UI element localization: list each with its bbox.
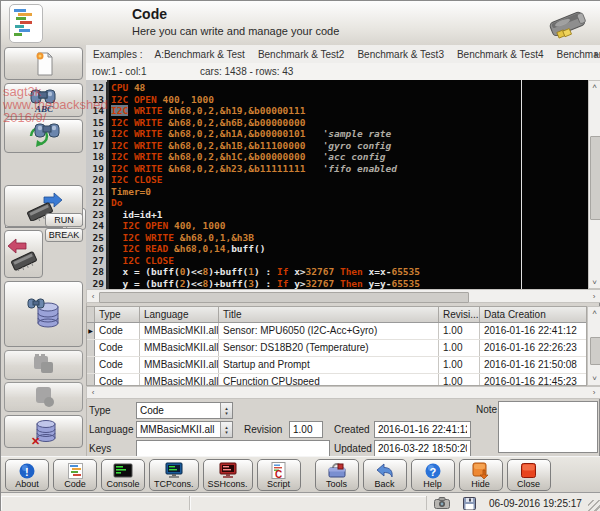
scroll-down-icon[interactable]: ˅	[589, 277, 600, 288]
code-editor[interactable]: 12CPU 4813I2C OPEN 400, 100014I2C WRITE …	[86, 80, 600, 289]
table-cell: MMBasicMKII.all	[140, 357, 219, 373]
code-line[interactable]: 12CPU 48	[86, 82, 587, 94]
updated-field[interactable]	[374, 440, 471, 457]
scroll-up-icon[interactable]: ˄	[589, 81, 600, 92]
db-search-button[interactable]	[4, 281, 83, 347]
table-cell: 2016-01-16 22:26:23	[480, 340, 587, 356]
tab-scroll-right-icon[interactable]: ▸	[594, 49, 599, 59]
code-line[interactable]: 15I2C WRITE &h68,0,2,&h6B,&b00000000	[86, 117, 587, 129]
table-scrollbar-thumb[interactable]	[590, 337, 600, 365]
new-file-button[interactable]	[4, 47, 83, 80]
column-header[interactable]: Data Creation	[480, 307, 587, 322]
page-title: Code	[132, 6, 167, 22]
code-line[interactable]: 25 I2C WRITE &h68,0,1,&h3B	[86, 232, 587, 244]
spinner-icon[interactable]: ▴▾	[220, 403, 232, 418]
tcp-console-button[interactable]: TCPcons.	[149, 459, 199, 491]
stop-port-button[interactable]	[4, 230, 43, 278]
column-header[interactable]: Language	[140, 307, 219, 322]
close-button[interactable]: Close	[507, 459, 551, 491]
editor-scrollbar-thumb[interactable]	[590, 136, 600, 220]
tab-example-5[interactable]: Benchmark & Test5	[556, 49, 600, 60]
table-row[interactable]: CodeMMBasicMKII.allStartup and Prompt1.0…	[87, 357, 586, 374]
code-line[interactable]: 20I2C CLOSE	[86, 174, 587, 186]
run-button[interactable]: RUN	[45, 213, 83, 227]
about-button[interactable]: ! About	[5, 459, 49, 491]
help-icon: ?	[425, 462, 441, 479]
resize-grip[interactable]	[588, 500, 600, 511]
column-header[interactable]: Title	[219, 307, 439, 322]
code-line[interactable]: 21Timer=0	[86, 186, 587, 198]
code-line[interactable]: 14I2C WRITE &h68,0,2,&h19,&b00000111	[86, 105, 587, 117]
code-line[interactable]: 28 x = (buff(0)<<8)+buff(1) : If x>32767…	[86, 266, 587, 278]
tab-example-2[interactable]: Benchmark & Test2	[258, 49, 345, 60]
code-line[interactable]: 22Do	[86, 197, 587, 209]
db-delete-button[interactable]: ✕	[4, 415, 83, 448]
table-vertical-scrollbar[interactable]: ˄ ˅	[587, 306, 600, 386]
code-line[interactable]: 19I2C WRITE &h68,0,2,&h23,&b11111111 'fi…	[86, 163, 587, 175]
search-again-binoculars-icon	[27, 122, 61, 150]
tab-example-4[interactable]: Benchmark & Test4	[457, 49, 544, 60]
ssh-console-button[interactable]: SSHcons.	[203, 459, 253, 491]
line-number: 25	[86, 232, 108, 244]
paste-record-button-disabled[interactable]	[4, 382, 83, 412]
table-cell: 1.00	[439, 374, 480, 386]
scroll-right-icon[interactable]: ›	[589, 388, 599, 398]
scroll-left-icon[interactable]: ‹	[88, 388, 98, 398]
editor-vertical-scrollbar[interactable]: ˄ ˅	[588, 80, 600, 289]
console-icon	[113, 462, 133, 479]
column-header[interactable]: Type	[95, 307, 140, 322]
tab-example-1[interactable]: A:Benchmark & Test	[154, 49, 244, 60]
editor-horizontal-scrollbar[interactable]: ‹ ›	[86, 289, 600, 303]
tools-button[interactable]: Tools	[315, 459, 359, 491]
status-datetime: 06-09-2016 19:25:17	[481, 498, 600, 509]
back-button[interactable]: Back	[363, 459, 407, 491]
console-button[interactable]: Console	[101, 459, 145, 491]
table-horizontal-scrollbar[interactable]: ‹ ›	[86, 386, 600, 399]
scroll-right-icon[interactable]: ›	[589, 292, 599, 302]
hide-button[interactable]: Hide	[459, 459, 503, 491]
keys-field[interactable]	[136, 440, 330, 457]
scroll-up-icon[interactable]: ˄	[589, 308, 600, 318]
copy-record-button-disabled[interactable]	[4, 350, 83, 380]
document-stats: cars: 1438 - rows: 43	[200, 66, 293, 77]
scroll-left-icon[interactable]: ‹	[88, 292, 98, 302]
line-number: 15	[86, 117, 108, 129]
note-field[interactable]	[498, 401, 598, 453]
created-field[interactable]	[374, 421, 471, 438]
screenshot-button[interactable]	[430, 494, 454, 511]
break-button[interactable]: BREAK	[45, 228, 83, 242]
code-line[interactable]: 17I2C WRITE &h68,0,2,&h1B,&b11100000 'gy…	[86, 140, 587, 152]
code-line[interactable]: 26 I2C READ &h68,0,14,buff()	[86, 243, 587, 255]
code-line[interactable]: 16I2C WRITE &h68,0,2,&h1A,&b00000101 'sa…	[86, 128, 587, 140]
table-row[interactable]: CodeMMBasicMKII.allSensor: DS18B20 (Temp…	[87, 340, 586, 357]
table-row[interactable]: ▶CodeMMBasicMKII.allSensor: MPU6050 (I2C…	[87, 323, 586, 340]
code-line[interactable]: 18I2C WRITE &h68,0,2,&h1C,&b00000000 'ac…	[86, 151, 587, 163]
script-icon: C	[271, 462, 286, 479]
code-line[interactable]: 24 I2C OPEN 400, 1000	[86, 220, 587, 232]
revision-field[interactable]	[289, 421, 323, 438]
line-number: 27	[86, 255, 108, 267]
code-line[interactable]: 23 id=id+1	[86, 209, 587, 221]
save-status-button[interactable]	[457, 494, 481, 511]
table-row[interactable]: CodeMMBasicMKII.allCFunction CPUspeed1.0…	[87, 374, 586, 386]
row-selector: ▶	[87, 323, 95, 339]
find-next-button[interactable]	[4, 119, 83, 153]
ssh-console-icon	[218, 462, 238, 479]
code-button[interactable]: Code	[53, 459, 97, 491]
script-button[interactable]: C Script	[257, 459, 301, 491]
column-header[interactable]: Revisi...	[439, 307, 480, 322]
table-body: ▶CodeMMBasicMKII.allSensor: MPU6050 (I2C…	[87, 323, 586, 386]
save-disk-icon	[463, 497, 476, 510]
tab-example-3[interactable]: Benchmark & Test3	[357, 49, 444, 60]
find-button[interactable]: ABC	[4, 83, 83, 117]
code-line[interactable]: 27 I2C CLOSE	[86, 255, 587, 267]
language-select[interactable]: MMBasicMKII.all ▴▾	[136, 421, 233, 438]
scroll-down-icon[interactable]: ˅	[589, 374, 600, 384]
editor-hscrollbar-thumb[interactable]	[99, 292, 469, 303]
status-bar: 06-09-2016 19:25:17	[1, 492, 600, 511]
spinner-icon[interactable]: ▴▾	[220, 422, 232, 437]
code-line[interactable]: 29 y = (buff(2)<<8)+buff(3) : If y>32767…	[86, 278, 587, 290]
help-button[interactable]: ? Help	[411, 459, 455, 491]
code-line[interactable]: 13I2C OPEN 400, 1000	[86, 94, 587, 106]
type-select[interactable]: Code ▴▾	[136, 402, 233, 419]
